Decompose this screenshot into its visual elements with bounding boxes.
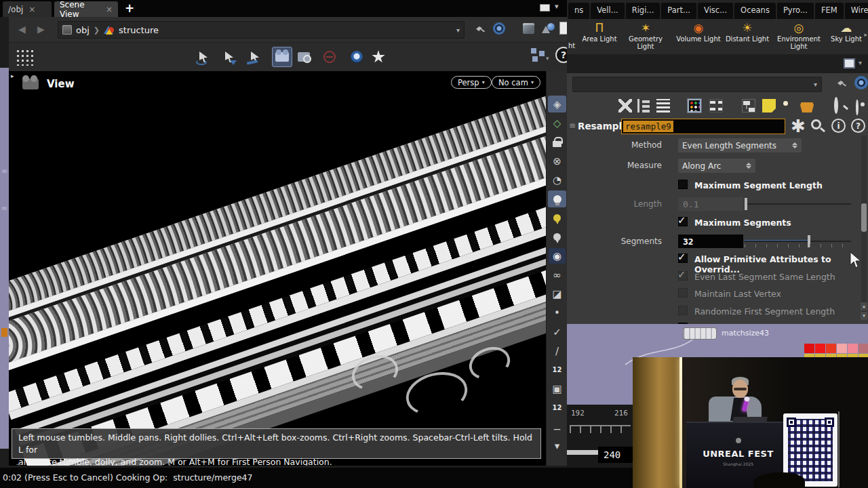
lighting-icon[interactable] xyxy=(548,190,566,207)
pane-stow-icon[interactable]: ▸ xyxy=(11,73,14,79)
breadcrumb-structure[interactable]: structure xyxy=(119,25,159,35)
primitives-icon[interactable] xyxy=(542,23,554,34)
pane-menu-caret-icon[interactable]: ▾ xyxy=(555,2,559,11)
box-zoom-button[interactable] xyxy=(294,47,314,67)
shelf-tab[interactable]: Pyro... xyxy=(777,3,814,19)
shelf-tab[interactable]: Visc... xyxy=(698,3,733,19)
param-scrollbar[interactable] xyxy=(861,136,867,313)
shelf-tool-area-light[interactable]: Π Area Light xyxy=(576,20,623,43)
gear-menu-icon[interactable]: ✱ xyxy=(791,118,806,134)
path-dropdown-caret-icon[interactable]: ▾ xyxy=(456,26,460,34)
scene-viewport[interactable]: ▸ View Persp ▾ No cam ▾ Left mouse tumbl… xyxy=(9,71,546,466)
param-compact-view-icon[interactable] xyxy=(709,99,723,113)
node-help-icon[interactable]: ? xyxy=(851,119,865,133)
node-link-icon[interactable] xyxy=(742,99,755,113)
search-icon[interactable] xyxy=(834,97,838,114)
shelf-tab[interactable]: Vell... xyxy=(591,3,624,19)
playbar-slider[interactable] xyxy=(567,450,598,455)
shelf-tab[interactable]: Oceans xyxy=(734,3,776,19)
normal-display-icon[interactable]: ∕ xyxy=(548,342,566,359)
select-tool-button[interactable] xyxy=(219,47,239,67)
randomize-checkbox[interactable] xyxy=(678,306,688,315)
remove-pin-icon[interactable]: ⊗ xyxy=(548,152,566,169)
follow-target-icon[interactable] xyxy=(493,22,505,35)
display-flag-button[interactable] xyxy=(844,58,855,68)
projection-menu[interactable]: Persp ▾ xyxy=(451,76,492,89)
shelf-scroll-arrow-icon[interactable]: ▸ xyxy=(864,31,867,38)
geometry-cube-icon[interactable] xyxy=(523,23,534,34)
shelf-tab[interactable]: FEM xyxy=(815,3,844,19)
length-slider[interactable] xyxy=(745,203,851,205)
shelf-tab[interactable]: Part... xyxy=(661,3,696,19)
scroll-up-icon[interactable]: ▴ xyxy=(861,302,867,310)
pin-add-icon[interactable] xyxy=(548,228,566,245)
asset-basket-icon[interactable] xyxy=(800,99,814,113)
back-icon[interactable]: ◀ xyxy=(18,24,26,35)
frame-ruler[interactable] xyxy=(570,425,631,433)
param-pin-icon[interactable] xyxy=(837,79,846,88)
scroll-down-icon[interactable]: ▾ xyxy=(861,312,867,320)
point-display-icon[interactable]: • xyxy=(548,304,566,321)
link-hierarchy-icon[interactable] xyxy=(531,48,546,63)
maintain-checkbox[interactable] xyxy=(678,288,688,298)
view-mode-button-selected[interactable] xyxy=(272,47,292,67)
network-editor-left-strip[interactable] xyxy=(0,68,9,449)
current-frame-field[interactable]: 240 xyxy=(598,447,633,463)
snap-options-button[interactable] xyxy=(368,47,389,67)
shelf-tab[interactable]: Rigi... xyxy=(626,3,660,19)
orbit-camera-icon[interactable]: ◉ xyxy=(548,247,566,264)
breadcrumb-obj[interactable]: obj xyxy=(76,25,90,35)
point-numbers-icon[interactable]: 12 xyxy=(548,361,566,378)
length-field[interactable]: 0.1 xyxy=(678,197,743,211)
display-mode-icon[interactable]: ◈ xyxy=(548,96,566,113)
method-dropdown[interactable]: Even Length Segments xyxy=(678,138,802,152)
strip-more-caret-icon[interactable]: ▾ xyxy=(548,437,566,454)
toolbox-grid-icon[interactable] xyxy=(15,48,34,66)
tools-wrench-icon[interactable] xyxy=(618,99,632,113)
path-field[interactable]: obj ❯ structure ▾ xyxy=(58,21,465,39)
pin-icon[interactable] xyxy=(475,24,485,34)
tab-obj[interactable]: /obj × xyxy=(3,1,52,17)
camera-menu[interactable]: No cam ▾ xyxy=(492,76,540,89)
stereo-glasses-icon[interactable]: ∞ xyxy=(548,266,566,283)
tab-scene-view[interactable]: Scene View × xyxy=(54,1,118,17)
scrollbar-thumb[interactable] xyxy=(861,203,867,232)
select-visible-icon[interactable]: ◇ xyxy=(548,115,566,131)
no-op-button[interactable] xyxy=(319,47,340,67)
node-name-field[interactable]: resample9 xyxy=(621,119,785,134)
shelf-tool-environment-light[interactable]: ◎ Environment Light xyxy=(776,20,822,50)
handles-button[interactable] xyxy=(347,47,367,67)
shelf-tool-partial-label[interactable]: ht xyxy=(568,42,575,49)
timed-display-icon[interactable]: ◔ xyxy=(548,171,566,188)
view-tool-button[interactable] xyxy=(193,47,214,67)
new-tab-button[interactable]: + xyxy=(122,0,137,16)
param-follow-icon[interactable] xyxy=(854,76,868,89)
tab-close-icon[interactable]: × xyxy=(28,5,35,14)
shelf-tool-sky-light[interactable]: ☁ Sky Light xyxy=(823,20,868,43)
lock-icon[interactable] xyxy=(548,134,566,150)
sticky-note-icon[interactable] xyxy=(762,99,776,113)
marker-check-icon[interactable]: ✓ xyxy=(548,323,566,340)
color-palette[interactable] xyxy=(804,344,868,353)
shelf-tool-geometry-light[interactable]: ✶ Geometry Light xyxy=(623,20,669,50)
shelf-tab[interactable]: Wires xyxy=(845,3,868,19)
param-path-caret-icon[interactable]: ▾ xyxy=(814,81,817,88)
snapshot-icon[interactable]: ◪ xyxy=(548,285,566,302)
viewport-bottom-icons[interactable]: + ◦ ▾ ◡ ❯ xyxy=(16,460,186,466)
forward-icon[interactable]: ▶ xyxy=(37,24,45,35)
segments-slider[interactable] xyxy=(745,241,851,242)
info-icon[interactable]: i xyxy=(831,119,846,133)
param-grid-view-icon-selected[interactable] xyxy=(688,99,701,113)
param-search-icon[interactable] xyxy=(811,119,821,129)
shelf-tab[interactable]: ns xyxy=(568,3,589,19)
node-matchsize43[interactable] xyxy=(684,328,716,339)
param-path-field[interactable]: ▾ xyxy=(572,77,822,92)
footer-caret-icon[interactable]: ▾ xyxy=(859,59,862,66)
pane-maximize-icon[interactable] xyxy=(540,4,550,12)
visibility-eye-icon[interactable] xyxy=(856,100,859,115)
pin-gold-icon[interactable] xyxy=(548,209,566,226)
segments-field[interactable]: 32 xyxy=(678,235,743,248)
tree-view-icon[interactable] xyxy=(637,99,651,113)
move-tool-button[interactable] xyxy=(245,47,265,67)
shelf-tool-volume-light[interactable]: ◉ Volume Light xyxy=(675,20,722,43)
